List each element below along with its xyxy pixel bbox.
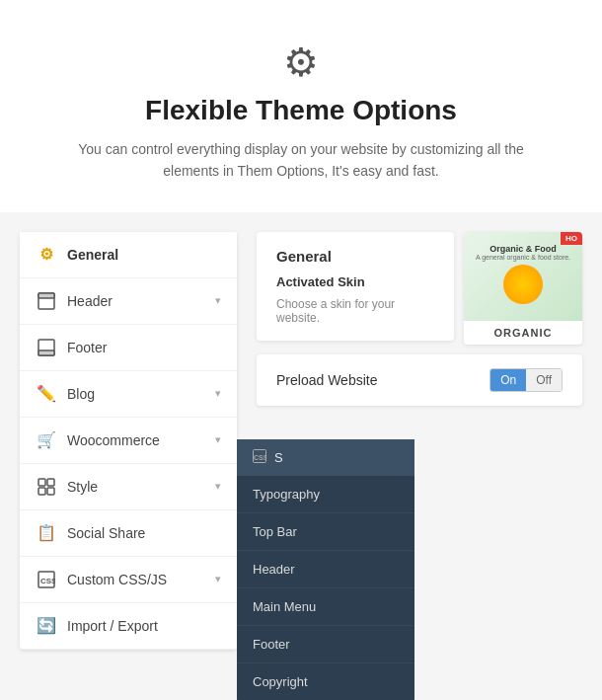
right-top-main: General Activated Skin Choose a skin for… (257, 232, 454, 341)
style-dropdown-header: CSS S (237, 439, 414, 476)
chevron-icon: ▾ (215, 573, 221, 585)
dropdown-typography[interactable]: Typography (237, 476, 414, 513)
svg-rect-1 (38, 293, 54, 298)
dropdown-header[interactable]: Header (237, 551, 414, 588)
style-dropdown-label: S (274, 450, 283, 465)
sidebar-item-blog[interactable]: ✏️ Blog ▾ (20, 371, 237, 418)
chevron-icon: ▾ (215, 480, 221, 493)
dropdown-mainmenu[interactable]: Main Menu (237, 588, 414, 626)
general-panel-card: General Activated Skin Choose a skin for… (257, 232, 454, 341)
sidebar-item-custom-css[interactable]: CSS Custom CSS/JS ▾ (20, 557, 237, 603)
activated-skin-subtitle: Choose a skin for your website. (276, 297, 434, 325)
gear-icon: ⚙ (20, 39, 582, 85)
style-icon (36, 476, 57, 498)
sidebar-label-woo: Woocommerce (67, 432, 215, 448)
hero-title: Flexible Theme Options (20, 95, 582, 126)
sidebar-item-header[interactable]: Header ▾ (20, 278, 237, 325)
preload-card: Preload Website On Off (257, 354, 582, 406)
organic-card-title: Organic & Food (476, 244, 570, 254)
svg-text:CSS: CSS (40, 577, 55, 585)
style-dropdown: CSS S Typography Top Bar Header Main Men… (237, 439, 414, 700)
sidebar-label-import: Import / Export (67, 618, 221, 634)
preload-title: Preload Website (276, 372, 377, 388)
organic-badge: HO (561, 232, 582, 245)
sidebar-item-general[interactable]: ⚙ General (20, 232, 237, 278)
sidebar-label-style: Style (67, 479, 215, 495)
blog-icon: ✏️ (36, 383, 57, 405)
sidebar-item-social-share[interactable]: 📋 Social Share (20, 510, 237, 557)
css-icon: CSS (36, 569, 57, 590)
main-content: ⚙ General Header ▾ Footer (0, 212, 602, 669)
toggle-on[interactable]: On (490, 369, 526, 391)
sidebar-label-footer: Footer (67, 340, 221, 355)
general-icon: ⚙ (36, 244, 57, 266)
sidebar: ⚙ General Header ▾ Footer (20, 232, 237, 650)
dropdown-copyright[interactable]: Copyright (237, 663, 414, 700)
organic-fruit (503, 265, 543, 304)
svg-rect-3 (38, 350, 54, 355)
chevron-icon: ▾ (215, 294, 221, 307)
toggle-switch[interactable]: On Off (489, 368, 563, 392)
header-icon (36, 290, 57, 312)
organic-card-subtitle: A general organic & food store. (476, 254, 570, 261)
css-dropdown-icon: CSS (253, 449, 266, 466)
organic-inner: Organic & Food A general organic & food … (476, 244, 570, 308)
dropdown-footer[interactable]: Footer (237, 626, 414, 663)
svg-text:CSS: CSS (254, 454, 266, 461)
svg-rect-4 (38, 479, 45, 486)
activated-skin-section: Activated Skin Choose a skin for your we… (276, 274, 434, 325)
organic-card-image: HO Organic & Food A general organic & fo… (464, 232, 582, 321)
svg-rect-5 (47, 479, 54, 486)
right-top: General Activated Skin Choose a skin for… (257, 232, 582, 345)
sidebar-label-css: Custom CSS/JS (67, 572, 215, 587)
sidebar-item-style[interactable]: Style ▾ (20, 464, 237, 510)
dropdown-topbar[interactable]: Top Bar (237, 513, 414, 551)
organic-card-label: ORGANIC (464, 321, 582, 345)
sidebar-label-blog: Blog (67, 386, 215, 402)
footer-icon (36, 337, 57, 358)
chevron-icon: ▾ (215, 387, 221, 400)
activated-skin-title: Activated Skin (276, 274, 434, 289)
organic-card[interactable]: HO Organic & Food A general organic & fo… (464, 232, 582, 345)
woo-icon: 🛒 (36, 429, 57, 451)
sidebar-label-header: Header (67, 293, 215, 309)
toggle-off[interactable]: Off (526, 369, 562, 391)
hero-subtitle: You can control everything display on yo… (54, 138, 548, 183)
general-panel-title: General (276, 248, 434, 265)
sidebar-item-footer[interactable]: Footer (20, 325, 237, 371)
import-icon: 🔄 (36, 615, 57, 637)
chevron-icon: ▾ (215, 433, 221, 446)
sidebar-item-woocommerce[interactable]: 🛒 Woocommerce ▾ (20, 418, 237, 464)
hero-section: ⚙ Flexible Theme Options You can control… (0, 0, 602, 212)
social-icon: 📋 (36, 522, 57, 544)
sidebar-label-general: General (67, 247, 221, 263)
svg-rect-6 (38, 488, 45, 495)
sidebar-item-import-export[interactable]: 🔄 Import / Export (20, 603, 237, 650)
svg-rect-7 (47, 488, 54, 495)
sidebar-label-social: Social Share (67, 525, 221, 541)
